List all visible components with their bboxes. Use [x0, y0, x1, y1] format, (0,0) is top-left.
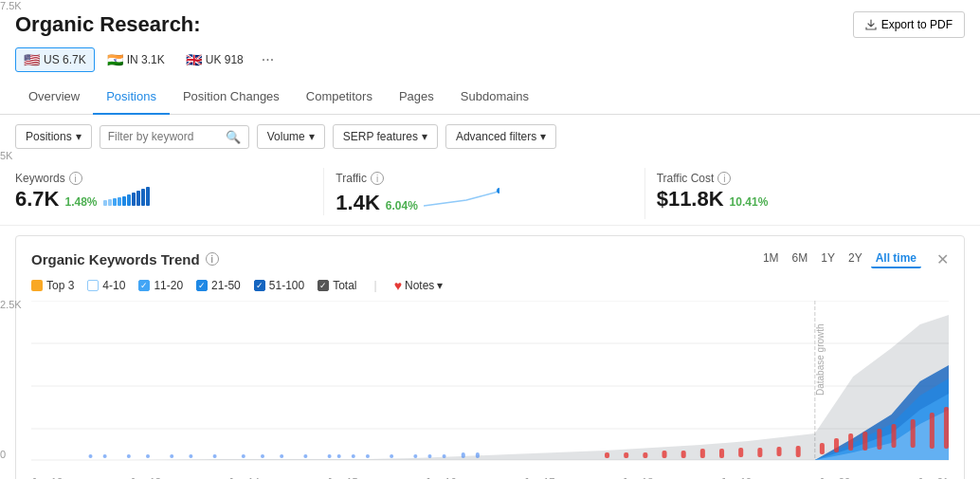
positions-filter-label: Positions — [26, 130, 72, 143]
advanced-filter-label: Advanced filters — [456, 130, 536, 143]
svg-rect-14 — [242, 454, 245, 458]
tab-competitors[interactable]: Competitors — [293, 80, 386, 115]
svg-rect-28 — [605, 452, 609, 458]
y-label-0: 0 — [0, 449, 28, 460]
svg-rect-41 — [848, 433, 853, 451]
chart-canvas-area: Database growth Jan 12 Jan 13 Jan 14 Jan… — [31, 301, 949, 479]
chart-title-text: Organic Keywords Trend — [31, 251, 200, 267]
top-bar: Organic Research: Export to PDF — [0, 0, 980, 44]
total-label: Total — [333, 279, 356, 292]
time-range-selector: 1M 6M 1Y 2Y All time — [758, 249, 921, 268]
svg-rect-20 — [352, 454, 355, 458]
svg-rect-13 — [213, 454, 217, 458]
y-axis-labels: 7.5K 5K 2.5K 0 — [0, 0, 28, 479]
keywords-info-icon[interactable]: i — [69, 172, 82, 185]
nav-tabs: Overview Positions Position Changes Comp… — [0, 80, 980, 115]
chart-legend: Top 3 4-10 ✓ 11-20 ✓ 21-50 ✓ 51-100 ✓ To… — [31, 278, 949, 293]
svg-rect-35 — [738, 448, 743, 457]
svg-rect-16 — [280, 454, 283, 458]
volume-filter-label: Volume — [267, 130, 305, 143]
svg-rect-22 — [390, 454, 393, 458]
chevron-down-icon-advanced: ▾ — [540, 130, 546, 143]
volume-filter-button[interactable]: Volume ▾ — [257, 124, 325, 149]
notes-label: Notes — [405, 279, 434, 292]
legend-21-50[interactable]: ✓ 21-50 — [196, 279, 241, 292]
svg-rect-32 — [681, 451, 686, 458]
traffic-label: Traffic — [336, 172, 367, 185]
chart-close-button[interactable]: ✕ — [936, 250, 949, 268]
tab-position-changes[interactable]: Position Changes — [170, 80, 293, 115]
country-tabs: 🇺🇸 US 6.7K 🇮🇳 IN 3.1K 🇬🇧 UK 918 ··· — [0, 44, 980, 80]
advanced-filter-button[interactable]: Advanced filters ▾ — [445, 124, 556, 149]
chart-header: Organic Keywords Trend i 1M 6M 1Y 2Y All… — [31, 249, 949, 268]
svg-rect-33 — [700, 449, 705, 458]
filter-bar: Positions ▾ 🔍 Volume ▾ SERP features ▾ A… — [0, 115, 980, 158]
tab-subdomains[interactable]: Subdomains — [447, 80, 542, 115]
svg-rect-15 — [261, 454, 264, 458]
tab-pages[interactable]: Pages — [386, 80, 447, 115]
tab-positions[interactable]: Positions — [93, 80, 170, 115]
chevron-down-icon-serp: ▾ — [422, 130, 427, 143]
db-growth-label: Database growth — [815, 320, 826, 396]
legend-top3[interactable]: Top 3 — [31, 279, 74, 292]
keyword-filter-input[interactable] — [108, 130, 222, 143]
time-btn-1y[interactable]: 1Y — [816, 249, 840, 268]
svg-rect-19 — [337, 454, 341, 458]
traffic-cost-label: Traffic Cost — [657, 172, 715, 185]
legend-notes[interactable]: ♥ Notes ▾ — [394, 278, 444, 293]
legend-total[interactable]: ✓ Total — [318, 279, 356, 292]
chevron-down-icon: ▾ — [76, 130, 82, 143]
svg-rect-34 — [719, 449, 724, 458]
4-10-label: 4-10 — [102, 279, 125, 292]
traffic-cost-info-icon[interactable]: i — [717, 172, 731, 185]
country-tab-uk[interactable]: 🇬🇧 UK 918 — [177, 47, 252, 72]
export-icon — [865, 19, 877, 30]
traffic-info-icon[interactable]: i — [371, 172, 384, 185]
11-20-label: 11-20 — [154, 279, 183, 292]
serp-filter-button[interactable]: SERP features ▾ — [333, 124, 438, 149]
51-100-check: ✓ — [254, 280, 265, 291]
time-btn-6m[interactable]: 6M — [788, 249, 813, 268]
metric-traffic: Traffic i 1.4K 6.04% — [324, 168, 644, 219]
chart-info-icon[interactable]: i — [206, 252, 219, 266]
legend-separator: | — [374, 279, 377, 292]
svg-rect-31 — [662, 451, 667, 458]
time-btn-all[interactable]: All time — [871, 249, 921, 268]
country-tab-in[interactable]: 🇮🇳 IN 3.1K — [99, 47, 173, 72]
legend-4-10[interactable]: 4-10 — [87, 279, 125, 292]
chart-body: 7.5K 5K 2.5K 0 — [31, 301, 949, 479]
svg-rect-46 — [930, 413, 935, 449]
legend-51-100[interactable]: ✓ 51-100 — [254, 279, 304, 292]
traffic-cost-change: 10.41% — [730, 195, 769, 209]
svg-rect-23 — [413, 454, 417, 458]
country-more-button[interactable]: ··· — [256, 47, 280, 72]
svg-rect-37 — [777, 447, 782, 456]
21-50-check: ✓ — [196, 280, 208, 291]
keyword-filter-wrap: 🔍 — [100, 125, 249, 149]
chart-svg — [31, 301, 949, 471]
top3-label: Top 3 — [46, 279, 74, 292]
11-20-check: ✓ — [138, 280, 150, 291]
svg-rect-12 — [189, 454, 192, 458]
serp-filter-label: SERP features — [343, 130, 418, 143]
y-label-5000: 5K — [0, 150, 28, 161]
top3-color-dot — [31, 280, 43, 291]
svg-rect-38 — [796, 446, 801, 457]
keywords-change: 1.48% — [64, 195, 97, 209]
svg-rect-36 — [757, 448, 762, 457]
svg-rect-45 — [911, 419, 916, 448]
traffic-change: 6.04% — [386, 199, 418, 212]
legend-11-20[interactable]: ✓ 11-20 — [138, 279, 183, 292]
time-btn-1m[interactable]: 1M — [758, 249, 784, 268]
svg-rect-44 — [892, 424, 897, 448]
total-check: ✓ — [318, 280, 329, 291]
search-icon: 🔍 — [226, 130, 241, 144]
svg-rect-21 — [366, 454, 370, 458]
export-pdf-button[interactable]: Export to PDF — [853, 11, 965, 38]
traffic-sparkline — [424, 187, 499, 210]
svg-rect-10 — [146, 454, 150, 458]
chevron-down-icon-volume: ▾ — [309, 130, 315, 143]
svg-rect-9 — [127, 454, 131, 458]
51-100-label: 51-100 — [269, 279, 304, 292]
time-btn-2y[interactable]: 2Y — [844, 249, 867, 268]
